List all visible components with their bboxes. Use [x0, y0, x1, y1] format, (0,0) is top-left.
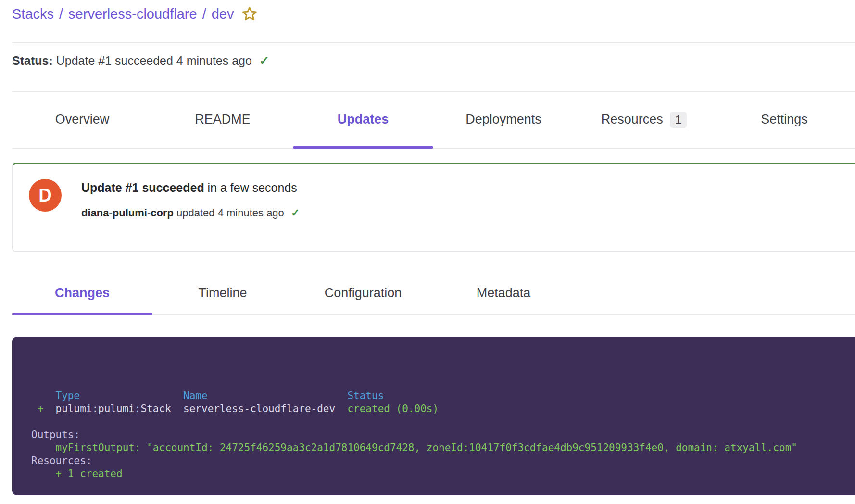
terminal-header-row: TypeNameStatus	[31, 390, 855, 403]
update-detail-tabs: Changes Timeline Configuration Metadata	[12, 272, 855, 315]
breadcrumb-separator: /	[59, 6, 63, 22]
stack-tabs: Overview README Updates Deployments Reso…	[12, 91, 855, 149]
success-check-icon: ✓	[259, 54, 269, 67]
subtab-changes[interactable]: Changes	[12, 272, 152, 314]
tab-readme[interactable]: README	[152, 91, 293, 148]
update-changes-terminal: TypeNameStatus +pulumi:pulumi:Stackserve…	[12, 337, 855, 495]
update-author: diana-pulumi-corp	[81, 207, 174, 219]
resources-count-badge: 1	[670, 112, 687, 128]
tab-resources[interactable]: Resources 1	[574, 91, 714, 148]
subtab-timeline[interactable]: Timeline	[152, 272, 293, 314]
tab-label: Settings	[761, 112, 808, 127]
outputs-value: myFirstOutput: "accountId: 24725f46259aa…	[31, 441, 855, 454]
column-header-status: Status	[347, 390, 384, 402]
outputs-label: Outputs:	[31, 428, 855, 441]
tab-label: README	[195, 112, 251, 127]
tab-label: Updates	[338, 112, 389, 127]
status-text: Update #1 succeeded 4 minutes ago	[56, 54, 252, 67]
tab-deployments[interactable]: Deployments	[433, 91, 574, 148]
update-title: Update #1 succeeded in a few seconds	[81, 181, 297, 195]
tab-label: Timeline	[198, 286, 247, 301]
terminal-blank-line	[31, 416, 855, 428]
tab-label: Deployments	[465, 112, 541, 127]
column-header-name: Name	[183, 390, 347, 403]
column-header-type: Type	[56, 390, 184, 403]
tab-updates[interactable]: Updates	[293, 91, 433, 148]
avatar: D	[29, 179, 62, 212]
terminal-output: TypeNameStatus +pulumi:pulumi:Stackserve…	[12, 337, 855, 480]
resource-status: created (0.00s)	[347, 403, 439, 415]
breadcrumb-project-link[interactable]: serverless-cloudflare	[68, 6, 197, 22]
create-op-symbol: +	[31, 403, 56, 416]
tab-label: Resources	[601, 112, 663, 127]
breadcrumb: Stacks / serverless-cloudflare / dev	[12, 6, 258, 22]
tab-label: Overview	[55, 112, 110, 127]
divider	[12, 42, 855, 43]
active-tab-underline	[293, 146, 433, 149]
breadcrumb-separator: /	[202, 6, 206, 22]
tab-label: Changes	[55, 286, 110, 301]
update-meta: diana-pulumi-corp updated 4 minutes ago …	[81, 207, 300, 219]
active-tab-underline	[12, 313, 152, 315]
update-title-strong: Update #1 succeeded	[81, 181, 204, 194]
resource-type: pulumi:pulumi:Stack	[56, 403, 184, 416]
resource-name: serverless-cloudflare-dev	[183, 403, 347, 416]
status-bar: Status: Update #1 succeeded 4 minutes ag…	[12, 54, 269, 68]
subtab-configuration[interactable]: Configuration	[293, 272, 433, 314]
update-summary-card[interactable]: D Update #1 succeeded in a few seconds d…	[12, 163, 855, 252]
breadcrumb-stacks-link[interactable]: Stacks	[12, 6, 54, 22]
resources-value: + 1 created	[31, 467, 855, 480]
success-check-icon: ✓	[291, 207, 300, 219]
resources-label: Resources:	[31, 454, 855, 467]
pulumi-stack-page: { "breadcrumb": { "items": ["Stacks", "s…	[0, 0, 855, 504]
favorite-star-button[interactable]	[241, 6, 258, 22]
star-outline-icon	[241, 6, 258, 22]
breadcrumb-stack-link[interactable]: dev	[212, 6, 234, 22]
tab-overview[interactable]: Overview	[12, 91, 152, 148]
subtab-metadata[interactable]: Metadata	[433, 272, 574, 314]
status-label: Status:	[12, 54, 53, 67]
terminal-stack-row: +pulumi:pulumi:Stackserverless-cloudflar…	[31, 403, 855, 416]
tab-settings[interactable]: Settings	[714, 91, 855, 148]
update-meta-rest: updated 4 minutes ago	[174, 207, 284, 219]
tab-label: Configuration	[325, 286, 402, 301]
update-title-rest: in a few seconds	[204, 181, 297, 194]
tab-label: Metadata	[477, 286, 531, 301]
